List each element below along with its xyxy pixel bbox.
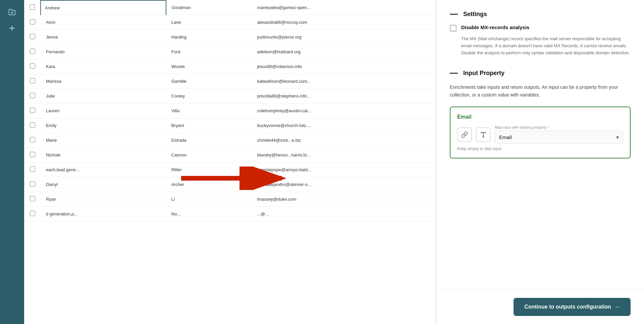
last-name-cell: Li [166, 192, 252, 207]
mx-records-checkbox[interactable] [450, 25, 457, 31]
settings-section: Settings Disable MX-records analysis The… [450, 11, 631, 56]
first-name-cell: Alvin [41, 15, 166, 30]
table-row[interactable]: Marie Estrada christie44@mck...e.biz [24, 133, 436, 148]
last-name-cell: Ritter [166, 163, 252, 177]
input-property-header: Input Property [450, 70, 631, 77]
last-name-cell: Archer [166, 177, 252, 192]
input-field-group: Map input with existing property * Email… [495, 125, 623, 144]
settings-panel: Settings Disable MX-records analysis The… [436, 0, 644, 324]
input-field-label: Map input with existing property * [495, 125, 623, 129]
email-cell: blandry@henso...harris.bi... [252, 148, 436, 163]
row-checkbox[interactable] [30, 49, 35, 54]
table-row[interactable]: Emily Bryant buckyvonne@church-lutz.... [24, 118, 436, 133]
settings-section-title: Settings [463, 11, 487, 18]
last-name-cell: Goodman [166, 0, 252, 15]
email-cell: woodalejandro@skinner-s... [252, 177, 436, 192]
table-row[interactable]: Julie Cooley priscilla88@stephens.info..… [24, 89, 436, 104]
table-row[interactable]: Fernando Ford adeleon@hubbard.org [24, 45, 436, 59]
first-name-cell: Marie [41, 133, 166, 148]
data-table: Andrew Goodman marieyates@gomez-spen... … [24, 0, 436, 221]
table-row[interactable]: d generation,p... No... ...@... [24, 207, 436, 221]
text-icon-button[interactable] [476, 127, 491, 142]
first-name-cell: Fernando [41, 45, 166, 59]
row-checkbox[interactable] [30, 108, 35, 113]
email-cell: adeleon@hubbard.org [252, 45, 436, 59]
row-checkbox[interactable] [30, 152, 35, 157]
first-name-cell: Marissa [41, 74, 166, 89]
input-property-section: Input Property Enrichments take inputs a… [450, 70, 631, 158]
email-cell: marieyates@gomez-spen... [252, 0, 436, 15]
table-row[interactable]: Nichole Cannon blandry@henso...harris.bi… [24, 148, 436, 163]
add-icon[interactable] [5, 21, 19, 35]
last-name-cell: Gamble [166, 74, 252, 89]
settings-footer: Continue to outputs configuration → [436, 289, 644, 324]
section-divider-icon [450, 14, 458, 15]
last-name-cell: Cooley [166, 89, 252, 104]
input-row: Map input with existing property * Email… [457, 125, 623, 144]
main-area: Andrew Goodman marieyates@gomez-spen... … [24, 0, 644, 324]
email-cell: christie44@mck...e.biz [252, 133, 436, 148]
first-name-cell: Nichole [41, 148, 166, 163]
row-checkbox[interactable] [30, 137, 35, 142]
row-checkbox[interactable] [30, 181, 35, 187]
input-property-description: Enrichments take inputs and return outpu… [450, 83, 631, 99]
row-checkbox[interactable] [30, 19, 35, 24]
first-name-cell: Emily [41, 118, 166, 133]
row-checkbox[interactable] [30, 196, 35, 201]
first-name-cell: Jenna [41, 30, 166, 45]
email-cell: priscilla88@stephens.info... [252, 89, 436, 104]
email-cell: lmassey@duke.com [252, 192, 436, 207]
last-name-cell: No... [166, 207, 252, 221]
first-name-cell: Ryan [41, 192, 166, 207]
email-cell: buckyvonne@church-lutz.... [252, 118, 436, 133]
first-name-cell: Lauren [41, 104, 166, 118]
last-name-cell: Ford [166, 45, 252, 59]
table-row[interactable]: Marissa Gamble katieallison@leonard.com.… [24, 74, 436, 89]
first-name-cell: Andrew [41, 0, 166, 15]
input-hint: Keep empty to skip input. [457, 146, 623, 151]
email-input-card: Email [450, 107, 631, 158]
settings-content: Settings Disable MX-records analysis The… [436, 0, 644, 289]
continue-arrow-icon: → [614, 304, 620, 310]
table-row[interactable]: Kara Woods jesus90@roberson.info [24, 59, 436, 74]
mx-records-setting: Disable MX-records analysis [450, 24, 631, 31]
email-card-title: Email [457, 114, 623, 120]
row-checkbox[interactable] [30, 93, 35, 98]
row-checkbox[interactable] [30, 34, 35, 39]
sidebar [0, 0, 24, 324]
link-icon-button[interactable] [457, 127, 472, 142]
email-cell: katieallison@leonard.com... [252, 74, 436, 89]
row-checkbox[interactable] [30, 122, 35, 128]
last-name-cell: Woods [166, 59, 252, 74]
email-cell: colehumphrey@austin-cal... [252, 104, 436, 118]
row-checkbox[interactable] [30, 167, 35, 172]
folder-plus-icon[interactable] [5, 5, 19, 19]
last-name-cell: Villa [166, 104, 252, 118]
last-name-cell: Bryant [166, 118, 252, 133]
table-row[interactable]: Andrew Goodman marieyates@gomez-spen... [24, 0, 436, 15]
row-checkbox[interactable] [30, 78, 35, 83]
email-cell: alexandra86@mccoy.com [252, 15, 436, 30]
first-name-cell: Julie [41, 89, 166, 104]
first-name-cell: Kara [41, 59, 166, 74]
email-cell: tammiepope@arroyo-bald... [252, 163, 436, 177]
table-row[interactable]: Alvin Lane alexandra86@mccoy.com [24, 15, 436, 30]
last-name-cell: Harding [166, 30, 252, 45]
table-row[interactable]: Lauren Villa colehumphrey@austin-cal... [24, 104, 436, 118]
continue-button[interactable]: Continue to outputs configuration → [514, 298, 631, 316]
row-checkbox[interactable] [30, 63, 35, 69]
tag-cell-2: d generation,p... [41, 207, 166, 221]
settings-section-header: Settings [450, 11, 631, 18]
table-row[interactable]: Jenna Harding justincurtis@pierce.org [24, 30, 436, 45]
email-cell: justincurtis@pierce.org [252, 30, 436, 45]
table-row[interactable]: Ryan Li lmassey@duke.com [24, 192, 436, 207]
row-checkbox[interactable] [30, 211, 35, 216]
continue-button-label: Continue to outputs configuration [524, 304, 611, 310]
input-property-title: Input Property [463, 70, 504, 77]
property-select[interactable]: Email First Name Last Name [495, 131, 623, 144]
email-cell: ...@... [252, 207, 436, 221]
row-checkbox[interactable] [30, 4, 35, 10]
table-row[interactable]: Darryl Archer woodalejandro@skinner-s... [24, 177, 436, 192]
last-name-cell: Estrada [166, 133, 252, 148]
table-row[interactable]: each,lead gene... Ritter tammiepope@arro… [24, 163, 436, 177]
